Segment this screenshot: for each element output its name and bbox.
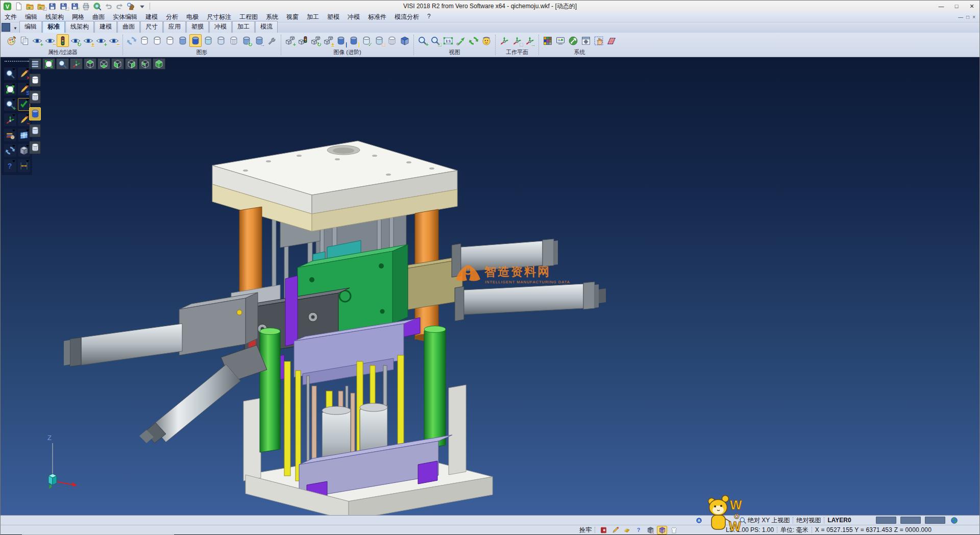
pan-view-icon[interactable] bbox=[455, 34, 467, 47]
solid-info-icon[interactable]: □ bbox=[373, 34, 385, 47]
attribute-paint-icon[interactable] bbox=[6, 34, 18, 47]
workplane-set-icon[interactable]: □ bbox=[511, 34, 523, 47]
help-icon[interactable] bbox=[4, 159, 16, 172]
ribbon-tab[interactable]: 模流 bbox=[255, 21, 278, 33]
preferences-icon[interactable] bbox=[580, 34, 592, 47]
save-as-icon[interactable]: □ bbox=[58, 1, 69, 11]
view-fit-icon[interactable] bbox=[42, 58, 55, 69]
import-file-icon[interactable]: □ bbox=[36, 1, 46, 11]
menu-item[interactable]: 视窗 bbox=[282, 12, 303, 22]
zoom-extents-icon[interactable]: □ bbox=[429, 34, 442, 47]
menu-item[interactable]: 文件 bbox=[1, 12, 21, 22]
edit-curve-icon[interactable]: S bbox=[18, 83, 30, 95]
measure-icon[interactable] bbox=[18, 159, 30, 172]
hidden-line-view-icon[interactable] bbox=[151, 34, 163, 47]
status-layer[interactable]: LAYER0 bbox=[827, 517, 851, 524]
save-icon[interactable] bbox=[47, 1, 58, 11]
shading-options-icon[interactable]: → bbox=[253, 34, 265, 47]
view-front-icon[interactable] bbox=[111, 58, 124, 69]
shaded-view-icon[interactable] bbox=[177, 34, 189, 47]
wcs-axis-icon[interactable] bbox=[4, 113, 16, 126]
view-bottom-icon[interactable] bbox=[97, 58, 110, 69]
export-cube-icon[interactable]: → bbox=[645, 526, 655, 534]
strip-shaded-icon[interactable] bbox=[29, 107, 41, 120]
solid-shade-icon[interactable] bbox=[399, 34, 411, 47]
close-button[interactable]: × bbox=[964, 1, 979, 12]
display-settings-icon[interactable] bbox=[554, 34, 567, 47]
workspace-color-swatch[interactable] bbox=[2, 23, 10, 32]
ribbon-tab[interactable]: 应用 bbox=[163, 21, 186, 33]
zoom-in-icon[interactable]: + bbox=[416, 34, 429, 47]
menu-item[interactable]: 冲模 bbox=[344, 12, 364, 22]
material-icon[interactable] bbox=[622, 526, 632, 534]
ribbon-tab[interactable]: 线架构 bbox=[65, 21, 94, 33]
toggle-visibility-icon[interactable]: ± bbox=[82, 34, 94, 47]
transparent-view-icon[interactable] bbox=[202, 34, 214, 47]
view-axis-icon[interactable] bbox=[70, 58, 83, 69]
system-tools-icon[interactable] bbox=[567, 34, 579, 47]
layers-icon[interactable] bbox=[4, 129, 16, 141]
snap-lock-icon[interactable] bbox=[598, 526, 608, 534]
menu-item[interactable]: 塑模 bbox=[323, 12, 344, 22]
dynamic-view-cube-icon[interactable] bbox=[657, 526, 667, 534]
dashed-view-icon[interactable] bbox=[164, 34, 176, 47]
sketch-icon[interactable]: ~ bbox=[18, 113, 30, 126]
save-copy-icon[interactable]: ↑ bbox=[69, 1, 80, 11]
profile-icon[interactable] bbox=[669, 526, 679, 534]
zoom-solid-icon[interactable]: + bbox=[4, 98, 16, 111]
mdi-minimize-button[interactable]: — bbox=[958, 14, 963, 20]
ribbon-tab[interactable]: 尺寸 bbox=[140, 21, 163, 33]
entities-filter-icon[interactable] bbox=[297, 34, 309, 47]
strip-hidden-line-icon[interactable] bbox=[29, 90, 41, 104]
maximize-button[interactable]: □ bbox=[949, 1, 964, 12]
mdi-close-button[interactable]: × bbox=[972, 14, 975, 20]
show-all-icon[interactable]: + bbox=[95, 34, 107, 47]
ribbon-tab[interactable]: 标准 bbox=[42, 21, 65, 33]
menu-item[interactable]: 标准件 bbox=[364, 12, 390, 22]
menu-item[interactable]: 加工 bbox=[303, 12, 323, 22]
zoom-scale-icon[interactable] bbox=[442, 34, 454, 47]
fit-view-icon[interactable] bbox=[4, 83, 16, 95]
view-iso-icon[interactable] bbox=[153, 58, 165, 69]
ribbon-tab[interactable]: 冲模 bbox=[209, 21, 232, 33]
selection-settings-icon[interactable] bbox=[593, 34, 605, 47]
render-settings-icon[interactable] bbox=[266, 34, 278, 47]
entities-show-icon[interactable]: + bbox=[284, 34, 296, 47]
ghost-view-icon[interactable] bbox=[215, 34, 227, 47]
mdi-restore-button[interactable]: □ bbox=[966, 14, 969, 20]
status-view-mode[interactable]: 绝对 XY 上视图 bbox=[748, 516, 790, 525]
ribbon-tab[interactable]: 编辑 bbox=[19, 21, 42, 33]
minimize-button[interactable]: — bbox=[934, 1, 949, 12]
delete-entity-icon[interactable]: × bbox=[18, 67, 30, 80]
viewport-3d[interactable]: 智造资料网 INTELLIGENT MANUFACTURING DATA Z bbox=[1, 57, 979, 515]
annotation-badge-icon[interactable] bbox=[694, 516, 704, 525]
view-top-icon[interactable] bbox=[84, 58, 96, 69]
entities-toggle-icon[interactable]: ± bbox=[322, 34, 334, 47]
menu-item[interactable]: 模流分析 bbox=[390, 12, 423, 22]
preview-icon[interactable] bbox=[92, 1, 103, 11]
status-abs-view[interactable]: 绝对视图 bbox=[796, 516, 821, 525]
quick-edit-icon[interactable] bbox=[610, 526, 620, 534]
ribbon-tab[interactable]: 曲面 bbox=[117, 21, 140, 33]
strip-transparent-icon[interactable] bbox=[29, 124, 41, 137]
panel-grip[interactable] bbox=[5, 61, 29, 65]
grid-settings-icon[interactable] bbox=[605, 34, 618, 47]
clip-plane-icon[interactable]: | bbox=[348, 34, 360, 47]
hatch-view-icon[interactable] bbox=[228, 34, 240, 47]
print-icon[interactable] bbox=[81, 1, 91, 11]
workplane-move-icon[interactable]: → bbox=[524, 34, 536, 47]
tab-dropdown-icon[interactable]: ▼ bbox=[11, 26, 19, 33]
confirm-icon[interactable] bbox=[18, 98, 30, 111]
ribbon-tab[interactable]: 加工 bbox=[232, 21, 255, 33]
regenerate-icon[interactable] bbox=[4, 144, 16, 157]
validate-solid-icon[interactable]: ✓ bbox=[360, 34, 373, 47]
ribbon-tab[interactable]: 建模 bbox=[94, 21, 117, 33]
selection-filter-icon[interactable] bbox=[57, 34, 69, 47]
update-shading-icon[interactable]: ↻ bbox=[240, 34, 253, 47]
rotate-view-icon[interactable] bbox=[468, 34, 480, 47]
zoom-window-icon[interactable] bbox=[4, 67, 16, 80]
macro-icon[interactable] bbox=[126, 1, 136, 11]
view-right-icon[interactable] bbox=[125, 58, 138, 69]
strip-wireframe-icon[interactable] bbox=[29, 74, 41, 87]
mold-model-3d[interactable]: 智造资料网 INTELLIGENT MANUFACTURING DATA Z bbox=[1, 57, 979, 515]
